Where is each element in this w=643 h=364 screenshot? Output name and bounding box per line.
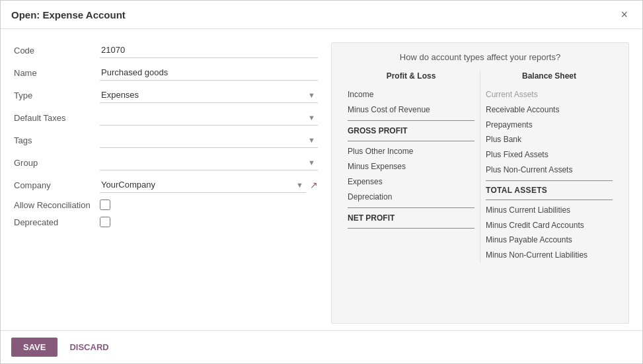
discard-button[interactable]: DISCARD [63,338,115,357]
type-select[interactable]: Expenses Income Assets Liabilities [100,87,318,103]
pl-item-minus-cost: Minus Cost of Revenue [348,102,474,118]
company-row: Company YourCompany ▼ ↗ [14,177,318,193]
allow-reconciliation-label: Allow Reconciliation [14,200,100,210]
default-taxes-row: Default Taxes ▼ [14,110,318,126]
pl-item-depreciation: Depreciation [348,190,474,205]
group-wrapper: ▼ [100,155,318,170]
group-row: Group ▼ [14,155,318,170]
pl-item-plus-other: Plus Other Income [348,144,474,159]
group-select-wrapper: ▼ [100,155,318,170]
company-wrapper: YourCompany ▼ ↗ [100,177,318,193]
bs-item-plus-bank: Plus Bank [486,132,613,147]
bs-item-receivable: Receivable Accounts [486,102,613,118]
close-button[interactable]: × [617,7,632,22]
profit-loss-header: Profit & Loss [348,71,474,81]
default-taxes-label: Default Taxes [14,113,100,123]
type-label: Type [14,91,100,100]
company-select[interactable]: YourCompany [100,177,306,193]
tags-label: Tags [14,135,100,145]
info-columns: Profit & Loss Income Minus Cost of Reven… [342,71,618,263]
allow-reconciliation-checkbox[interactable] [100,200,110,210]
dialog-body: Code Name Type Expenses Income [1,29,642,330]
type-row: Type Expenses Income Assets Liabilities … [14,87,318,103]
name-input[interactable] [100,65,318,81]
info-panel: How do account types affect your reports… [331,42,629,324]
dialog-title: Open: Expense Account [11,9,126,20]
deprecated-row: Deprecated [14,217,318,227]
pl-item-income: Income [348,87,474,102]
balance-sheet-col: Balance Sheet Current Assets Receivable … [480,71,618,263]
pl-separator-4 [348,228,474,229]
dialog-header: Open: Expense Account × [1,1,642,29]
code-label: Code [14,46,100,55]
default-taxes-wrapper: ▼ [100,110,318,126]
default-taxes-select-wrapper: ▼ [100,110,318,126]
pl-separator-3 [348,207,474,208]
tags-select[interactable] [100,132,318,148]
group-label: Group [14,158,100,168]
company-external-link-button[interactable]: ↗ [310,180,318,190]
type-select-wrapper: Expenses Income Assets Liabilities ▼ [100,87,318,103]
name-label: Name [14,68,100,78]
info-title: How do account types affect your reports… [342,52,618,62]
code-row: Code [14,42,318,58]
allow-reconciliation-row: Allow Reconciliation [14,200,318,210]
deprecated-checkbox[interactable] [100,217,110,227]
tags-row: Tags ▼ [14,132,318,148]
bs-item-plus-fixed: Plus Fixed Assets [486,147,613,163]
deprecated-wrapper [100,217,318,227]
tags-select-wrapper: ▼ [100,132,318,148]
bs-item-total-assets: TOTAL ASSETS [486,184,613,197]
dialog-footer: SAVE DISCARD [1,330,642,363]
pl-item-gross-profit: GROSS PROFIT [348,124,474,139]
bs-separator-1 [486,180,613,181]
pl-item-net-profit: NET PROFIT [348,211,474,226]
bs-item-current-assets: Current Assets [486,87,613,102]
profit-loss-col: Profit & Loss Income Minus Cost of Reven… [342,71,480,263]
bs-item-plus-noncurrent: Plus Non-Current Assets [486,163,613,178]
default-taxes-select[interactable] [100,110,318,126]
type-wrapper: Expenses Income Assets Liabilities ▼ [100,87,318,103]
pl-item-minus-expenses: Minus Expenses [348,159,474,174]
save-button[interactable]: SAVE [11,338,57,357]
bs-item-prepayments: Prepayments [486,118,613,133]
tags-wrapper: ▼ [100,132,318,148]
company-label: Company [14,180,100,190]
pl-separator-1 [348,120,474,121]
pl-separator-2 [348,141,474,141]
group-select[interactable] [100,155,318,170]
bs-item-minus-current-liab: Minus Current Liabilities [486,203,613,218]
code-input[interactable] [100,42,318,58]
form-section: Code Name Type Expenses Income [14,42,318,324]
name-row: Name [14,65,318,81]
dialog: Open: Expense Account × Code Name Type [0,0,643,364]
name-wrapper [100,65,318,81]
bs-item-minus-noncurrent-liab: Minus Non-Current Liabilities [486,248,613,263]
deprecated-label: Deprecated [14,217,100,227]
balance-sheet-header: Balance Sheet [486,71,613,81]
pl-item-expenses: Expenses [348,174,474,190]
bs-separator-2 [486,200,613,200]
bs-item-minus-cc: Minus Credit Card Accounts [486,218,613,233]
code-wrapper [100,42,318,58]
bs-item-minus-payable: Minus Payable Accounts [486,233,613,248]
company-select-wrapper: YourCompany ▼ [100,177,306,193]
allow-reconciliation-wrapper [100,200,318,210]
